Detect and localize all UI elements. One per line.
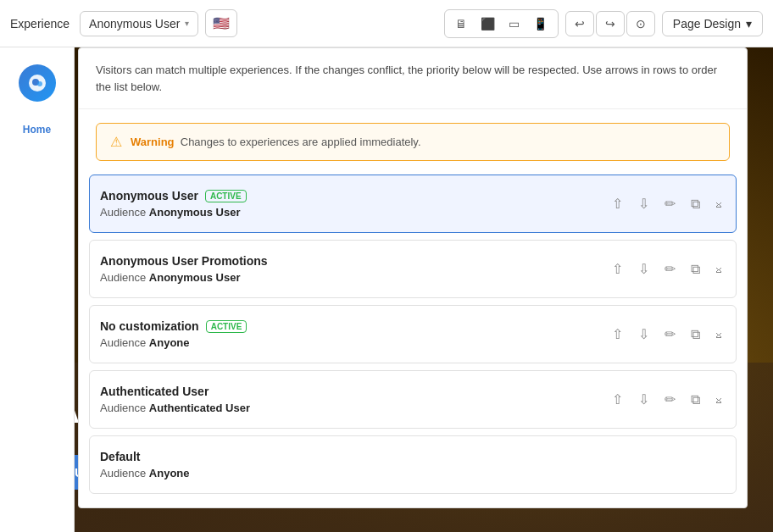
logo-icon — [27, 73, 47, 93]
experience-actions-2: ⇧ ⇩ ✏ ⧉ ⨲ — [609, 258, 726, 280]
experience-label: Experience — [10, 17, 70, 30]
device-icons-group: 🖥 ⬛ ▭ 📱 — [444, 9, 559, 38]
sidebar-home-label: Home — [23, 124, 51, 136]
experience-title-2: Anonymous User Promotions — [100, 254, 609, 268]
experience-row-1: Anonymous User ACTIVE Audience Anonymous… — [89, 175, 737, 233]
move-down-icon-4[interactable]: ⇩ — [635, 388, 653, 411]
audience-value-5: Anyone — [149, 467, 190, 479]
experience-audience-4: Audience Authenticated User — [100, 402, 609, 414]
experience-info-5: Default Audience Anyone — [100, 450, 726, 479]
experience-row-3: No customization ACTIVE Audience Anyone … — [89, 305, 737, 363]
flag-icon: 🇺🇸 — [213, 16, 230, 30]
panel-info-text: Visitors can match multiple experiences.… — [79, 48, 747, 109]
experience-actions-1: ⇧ ⇩ ✏ ⧉ ⨲ — [609, 192, 726, 215]
experiences-panel: Visitors can match multiple experiences.… — [78, 47, 748, 508]
warning-text: Warning Changes to experiences are appli… — [131, 136, 421, 148]
warning-message: Changes to experiences are applied immed… — [181, 136, 421, 148]
experience-row-4: Authenticated User Audience Authenticate… — [89, 370, 737, 429]
experience-name-1: Anonymous User — [100, 189, 198, 202]
move-down-icon-2[interactable]: ⇩ — [635, 258, 653, 280]
delete-icon-4[interactable]: ⨲ — [712, 389, 726, 411]
edit-icon-3[interactable]: ✏ — [661, 323, 679, 346]
experience-name-2: Anonymous User Promotions — [100, 254, 268, 268]
experience-name-4: Authenticated User — [100, 385, 209, 398]
history-buttons: ↩ ↪ ⊙ — [565, 11, 655, 36]
user-dropdown-chevron: ▾ — [185, 19, 189, 28]
warning-triangle-icon: ⚠ — [110, 134, 122, 150]
language-flag-button[interactable]: 🇺🇸 — [205, 9, 237, 37]
experience-row-2: Anonymous User Promotions Audience Anony… — [89, 240, 737, 298]
page-design-label: Page Design — [673, 17, 741, 30]
audience-value-2: Anonymous User — [149, 271, 241, 284]
experiences-list: Anonymous User ACTIVE Audience Anonymous… — [79, 175, 747, 494]
experience-title-5: Default — [100, 450, 726, 463]
delete-icon-1[interactable]: ⨲ — [712, 193, 726, 215]
experience-info-4: Authenticated User Audience Authenticate… — [100, 385, 609, 414]
sidebar: Home — [0, 47, 75, 532]
active-badge-3: ACTIVE — [206, 320, 247, 333]
desktop-icon[interactable]: 🖥 — [450, 14, 472, 34]
experience-audience-1: Audience Anonymous User — [100, 206, 609, 219]
audience-value-4: Authenticated User — [149, 402, 250, 414]
tablet-portrait-icon[interactable]: ▭ — [503, 14, 525, 34]
sidebar-logo — [19, 64, 56, 102]
edit-icon-4[interactable]: ✏ — [661, 388, 679, 411]
move-down-icon-1[interactable]: ⇩ — [635, 192, 653, 215]
audience-value-3: Anyone — [149, 336, 190, 349]
page-design-dropdown[interactable]: Page Design ▾ — [662, 11, 763, 36]
move-up-icon-4[interactable]: ⇧ — [609, 388, 626, 411]
user-dropdown-label: Anonymous User — [89, 17, 180, 30]
experience-audience-3: Audience Anyone — [100, 336, 609, 349]
copy-icon-2[interactable]: ⧉ — [687, 258, 703, 280]
move-down-icon-3[interactable]: ⇩ — [635, 323, 653, 346]
experience-name-5: Default — [100, 450, 140, 463]
copy-icon-3[interactable]: ⧉ — [687, 324, 703, 346]
experience-actions-4: ⇧ ⇩ ✏ ⧉ ⨲ — [609, 388, 726, 411]
toolbar: Experience Anonymous User ▾ 🇺🇸 🖥 ⬛ ▭ 📱 ↩… — [0, 0, 773, 47]
experience-title-1: Anonymous User ACTIVE — [100, 189, 609, 202]
warning-bold-label: Warning — [131, 136, 175, 148]
experience-name-3: No customization — [100, 319, 199, 333]
experience-row-5: Default Audience Anyone — [89, 435, 737, 494]
undo-button[interactable]: ↩ — [565, 11, 594, 36]
warning-box: ⚠ Warning Changes to experiences are app… — [96, 123, 730, 161]
experience-audience-5: Audience Anyone — [100, 467, 726, 479]
move-up-icon-2[interactable]: ⇧ — [609, 258, 626, 280]
active-badge-1: ACTIVE — [205, 190, 247, 202]
page-design-chevron: ▾ — [746, 17, 752, 30]
experience-title-4: Authenticated User — [100, 385, 609, 398]
experience-audience-2: Audience Anonymous User — [100, 271, 609, 284]
redo-button[interactable]: ↪ — [596, 11, 625, 36]
history-button[interactable]: ⊙ — [626, 11, 655, 36]
experience-title-3: No customization ACTIVE — [100, 319, 609, 333]
mobile-icon[interactable]: 📱 — [528, 14, 553, 34]
copy-icon-4[interactable]: ⧉ — [687, 389, 703, 411]
sidebar-item-home[interactable]: Home — [18, 119, 56, 141]
delete-icon-3[interactable]: ⨲ — [712, 324, 726, 346]
edit-icon-1[interactable]: ✏ — [661, 192, 679, 215]
svg-point-2 — [37, 81, 42, 86]
experience-info-3: No customization ACTIVE Audience Anyone — [100, 319, 609, 349]
experience-info-1: Anonymous User ACTIVE Audience Anonymous… — [100, 189, 609, 219]
delete-icon-2[interactable]: ⨲ — [712, 258, 726, 280]
tablet-landscape-icon[interactable]: ⬛ — [475, 14, 500, 34]
move-up-icon-3[interactable]: ⇧ — [609, 323, 626, 346]
edit-icon-2[interactable]: ✏ — [661, 258, 679, 280]
audience-value-1: Anonymous User — [149, 206, 241, 219]
experience-actions-3: ⇧ ⇩ ✏ ⧉ ⨲ — [609, 323, 726, 346]
experience-info-2: Anonymous User Promotions Audience Anony… — [100, 254, 609, 284]
user-dropdown[interactable]: Anonymous User ▾ — [80, 11, 198, 36]
copy-icon-1[interactable]: ⧉ — [687, 193, 703, 215]
move-up-icon-1[interactable]: ⇧ — [609, 192, 626, 215]
